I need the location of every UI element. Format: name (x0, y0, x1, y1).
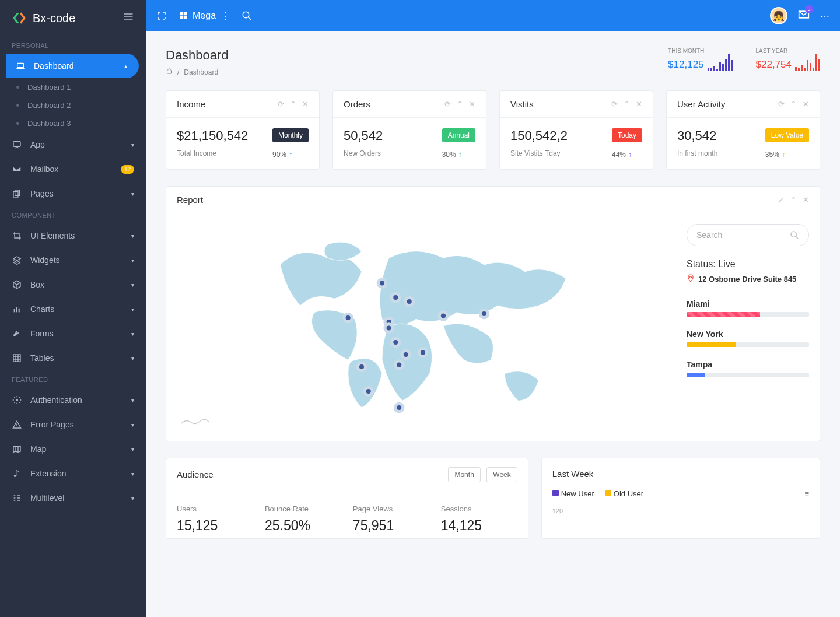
axis-tick: 120 (552, 507, 809, 514)
city-bar (687, 342, 809, 347)
more-icon[interactable]: ⋯ (820, 10, 830, 22)
nav-extension[interactable]: Extension▾ (0, 461, 146, 486)
sparkline-month (708, 54, 733, 71)
income-value: $21,150,542 (177, 128, 248, 143)
map-icon (12, 444, 22, 454)
svg-point-43 (441, 313, 446, 318)
svg-point-29 (393, 295, 398, 300)
nav-ui-elements[interactable]: UI Elements▾ (0, 223, 146, 248)
mega-menu[interactable]: Mega ⋮ (178, 10, 230, 22)
chevron-down-icon: ▾ (131, 446, 134, 453)
nav-dashboard-3[interactable]: Dashboard 3 (0, 114, 146, 132)
nav-auth[interactable]: Authentication▾ (0, 388, 146, 412)
refresh-icon[interactable]: ⟳ (444, 100, 451, 108)
svg-point-47 (690, 276, 692, 278)
chevron-up-icon[interactable]: ⌃ (624, 100, 630, 108)
arrow-up-icon: ↑ (782, 150, 785, 159)
svg-rect-0 (18, 63, 24, 67)
close-icon[interactable]: ✕ (803, 195, 809, 204)
chevron-up-icon: ▴ (124, 63, 127, 69)
orders-value: 50,542 (344, 128, 383, 143)
nav-map[interactable]: Map▾ (0, 437, 146, 461)
svg-point-27 (387, 325, 391, 330)
nav-forms[interactable]: Forms▾ (0, 321, 146, 346)
city-miami: Miami (687, 299, 809, 308)
ministat-month-value: $12,125 (668, 59, 704, 71)
audience-card: Audience Month Week Users15,125Bounce Ra… (166, 458, 528, 539)
brand-row: Bx-code (0, 0, 146, 36)
fullscreen-icon[interactable] (156, 10, 167, 21)
list-icon (12, 493, 22, 503)
nav-errors[interactable]: Error Pages▾ (0, 412, 146, 437)
mailbox-badge: 12 (121, 165, 134, 174)
laptop-icon (15, 61, 26, 71)
svg-point-33 (397, 362, 401, 367)
city-bar (687, 373, 809, 377)
nav-charts[interactable]: Charts▾ (0, 297, 146, 321)
svg-point-17 (346, 315, 351, 320)
refresh-icon[interactable]: ⟳ (611, 100, 618, 108)
orders-tag: Annual (442, 128, 475, 142)
chevron-up-icon[interactable]: ⌃ (290, 100, 296, 108)
search-icon[interactable] (242, 10, 252, 21)
nav-widgets[interactable]: Widgets▾ (0, 248, 146, 272)
nav-mailbox[interactable]: Mailbox 12 (0, 157, 146, 181)
close-icon[interactable]: ✕ (803, 100, 809, 108)
card-orders: Orders⟳⌃✕ 50,542New Orders Annual30%↑ (332, 90, 487, 170)
svg-point-21 (366, 389, 371, 394)
sidebar-toggle-icon[interactable] (123, 11, 134, 26)
city-new-york: New York (687, 329, 809, 339)
breadcrumb: / Dashboard (166, 68, 229, 76)
chevron-up-icon[interactable]: ⌃ (457, 100, 463, 108)
avatar[interactable]: 👧 (770, 7, 788, 24)
svg-rect-7 (13, 355, 20, 362)
card-visits: Vistits⟳⌃✕ 150,542,2Site Vistits Tday To… (499, 90, 653, 170)
refresh-icon[interactable]: ⟳ (778, 100, 785, 108)
svg-point-45 (482, 311, 487, 316)
chat-icon (12, 139, 22, 150)
close-icon[interactable]: ✕ (636, 100, 642, 108)
refresh-icon[interactable]: ⟳ (278, 100, 284, 108)
home-icon[interactable] (166, 68, 173, 76)
svg-point-39 (407, 299, 412, 304)
svg-rect-12 (180, 16, 183, 19)
close-icon[interactable]: ✕ (469, 100, 475, 108)
grid-icon (12, 353, 22, 363)
audience-month-button[interactable]: Month (448, 467, 480, 482)
chevron-down-icon: ▾ (131, 191, 134, 197)
svg-rect-6 (19, 308, 20, 313)
nav-tables[interactable]: Tables▾ (0, 346, 146, 370)
close-icon[interactable]: ✕ (302, 100, 309, 108)
layers-icon (12, 255, 22, 265)
nav-dashboard-2[interactable]: Dashboard 2 (0, 96, 146, 114)
arrow-up-icon: ↑ (628, 150, 632, 159)
nav-multilevel[interactable]: Multilevel▾ (0, 486, 146, 510)
svg-point-19 (359, 364, 364, 369)
nav-pages[interactable]: Pages ▾ (0, 181, 146, 206)
cube-icon (12, 279, 22, 290)
topbar-mail[interactable]: 5 (798, 9, 810, 23)
activity-value: 30,542 (677, 128, 718, 143)
chart-menu-icon[interactable]: ≡ (804, 489, 809, 498)
nav-dashboard[interactable]: Dashboard ▴ (6, 54, 139, 78)
topbar: Mega ⋮ 👧 5 ⋯ (146, 0, 840, 31)
legend-old-swatch (605, 490, 611, 496)
copy-icon (12, 188, 22, 199)
nav-box[interactable]: Box▾ (0, 272, 146, 297)
chevron-up-icon[interactable]: ⌃ (790, 195, 797, 204)
breadcrumb-current: Dashboard (184, 68, 218, 76)
svg-point-46 (791, 232, 796, 237)
report-search[interactable]: Search (687, 224, 809, 246)
chevron-up-icon[interactable]: ⌃ (790, 100, 797, 108)
card-activity: User Activity⟳⌃✕ 30,542In first month Lo… (666, 90, 820, 170)
nav-dashboard-1[interactable]: Dashboard 1 (0, 78, 146, 96)
svg-point-37 (404, 352, 408, 357)
world-map[interactable] (177, 224, 669, 430)
search-icon (790, 230, 799, 240)
nav-app[interactable]: App ▾ (0, 132, 146, 157)
logo-icon (12, 10, 27, 26)
svg-point-8 (16, 399, 18, 401)
ministat-year-label: LAST YEAR (756, 48, 820, 54)
audience-week-button[interactable]: Week (487, 467, 517, 482)
expand-icon[interactable]: ⤢ (778, 195, 785, 204)
